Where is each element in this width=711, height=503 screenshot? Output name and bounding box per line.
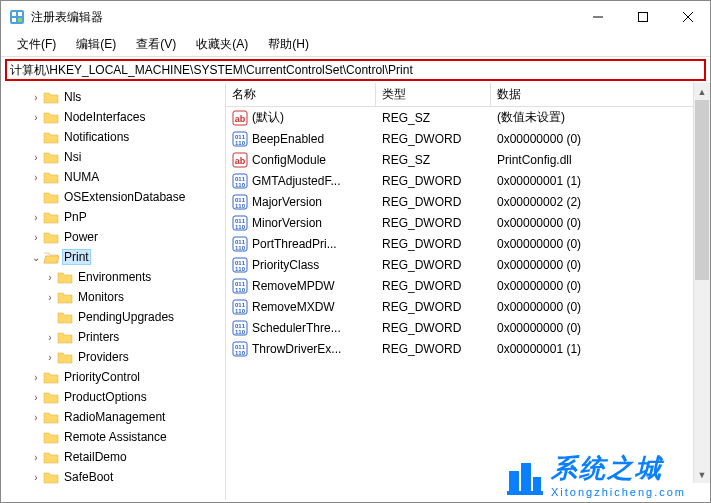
- chevron-right-icon[interactable]: ›: [29, 390, 43, 404]
- list-row[interactable]: MajorVersionREG_DWORD0x00000002 (2): [226, 191, 710, 212]
- scrollbar-thumb[interactable]: [695, 100, 709, 280]
- tree-label: SafeBoot: [62, 469, 115, 485]
- scrollbar-vertical[interactable]: ▲ ▼: [693, 83, 710, 483]
- close-button[interactable]: [665, 1, 710, 33]
- value-data: 0x00000000 (0): [491, 130, 710, 148]
- chevron-right-icon[interactable]: ›: [43, 270, 57, 284]
- chevron-right-icon[interactable]: ›: [29, 90, 43, 104]
- tree-node[interactable]: ›Nsi: [1, 147, 225, 167]
- value-name: RemoveMXDW: [252, 300, 335, 314]
- chevron-right-icon[interactable]: ›: [29, 170, 43, 184]
- scroll-up-button[interactable]: ▲: [694, 83, 710, 100]
- value-type: REG_DWORD: [376, 298, 491, 316]
- scroll-down-button[interactable]: ▼: [694, 466, 710, 483]
- chevron-right-icon[interactable]: ›: [29, 210, 43, 224]
- chevron-right-icon[interactable]: ›: [29, 450, 43, 464]
- window-title: 注册表编辑器: [31, 9, 575, 26]
- value-type: REG_DWORD: [376, 214, 491, 232]
- dword-value-icon: [232, 173, 248, 189]
- value-data: 0x00000002 (2): [491, 193, 710, 211]
- tree-label: OSExtensionDatabase: [62, 189, 187, 205]
- list-row[interactable]: RemoveMXDWREG_DWORD0x00000000 (0): [226, 296, 710, 317]
- list-row[interactable]: RemoveMPDWREG_DWORD0x00000000 (0): [226, 275, 710, 296]
- tree-node[interactable]: OSExtensionDatabase: [1, 187, 225, 207]
- chevron-right-icon[interactable]: ›: [29, 410, 43, 424]
- folder-icon: [43, 250, 59, 264]
- dword-value-icon: [232, 215, 248, 231]
- tree-node[interactable]: ⌄Print: [1, 247, 225, 267]
- chevron-right-icon[interactable]: ›: [29, 150, 43, 164]
- value-data: 0x00000000 (0): [491, 214, 710, 232]
- tree-node[interactable]: ›NUMA: [1, 167, 225, 187]
- menu-file[interactable]: 文件(F): [7, 33, 66, 56]
- chevron-right-icon[interactable]: ›: [29, 370, 43, 384]
- list-row[interactable]: PortThreadPri...REG_DWORD0x00000000 (0): [226, 233, 710, 254]
- folder-icon: [43, 170, 59, 184]
- list-row[interactable]: ConfigModuleREG_SZPrintConfig.dll: [226, 149, 710, 170]
- tree-pane[interactable]: ›Nls›NodeInterfacesNotifications›Nsi›NUM…: [1, 83, 226, 500]
- tree-node[interactable]: PendingUpgrades: [1, 307, 225, 327]
- value-type: REG_SZ: [376, 151, 491, 169]
- value-type: REG_DWORD: [376, 319, 491, 337]
- chevron-right-icon[interactable]: ›: [29, 110, 43, 124]
- tree-node[interactable]: ›Printers: [1, 327, 225, 347]
- address-bar[interactable]: 计算机\HKEY_LOCAL_MACHINE\SYSTEM\CurrentCon…: [5, 59, 706, 81]
- tree-node[interactable]: ›Nls: [1, 87, 225, 107]
- menu-help[interactable]: 帮助(H): [258, 33, 319, 56]
- tree-node[interactable]: ›Environments: [1, 267, 225, 287]
- folder-icon: [43, 150, 59, 164]
- value-type: REG_DWORD: [376, 172, 491, 190]
- chevron-right-icon[interactable]: ›: [43, 290, 57, 304]
- folder-icon: [43, 210, 59, 224]
- svg-rect-6: [638, 13, 647, 22]
- tree-node[interactable]: ›PnP: [1, 207, 225, 227]
- tree-label: ProductOptions: [62, 389, 149, 405]
- tree-node[interactable]: ›ProductOptions: [1, 387, 225, 407]
- tree-node[interactable]: ›RetailDemo: [1, 447, 225, 467]
- tree-node[interactable]: ›Power: [1, 227, 225, 247]
- value-name: ConfigModule: [252, 153, 326, 167]
- chevron-right-icon[interactable]: ›: [29, 230, 43, 244]
- tree-node[interactable]: ›RadioManagement: [1, 407, 225, 427]
- tree-node[interactable]: ›Monitors: [1, 287, 225, 307]
- tree-node[interactable]: Remote Assistance: [1, 427, 225, 447]
- tree-label: PriorityControl: [62, 369, 142, 385]
- chevron-right-icon[interactable]: ›: [43, 350, 57, 364]
- value-data: 0x00000000 (0): [491, 277, 710, 295]
- dword-value-icon: [232, 278, 248, 294]
- maximize-button[interactable]: [620, 1, 665, 33]
- dword-value-icon: [232, 236, 248, 252]
- tree-node[interactable]: ›PriorityControl: [1, 367, 225, 387]
- folder-icon: [57, 270, 73, 284]
- list-row[interactable]: GMTAdjustedF...REG_DWORD0x00000001 (1): [226, 170, 710, 191]
- value-type: REG_DWORD: [376, 277, 491, 295]
- list-row[interactable]: (默认)REG_SZ(数值未设置): [226, 107, 710, 128]
- minimize-button[interactable]: [575, 1, 620, 33]
- list-row[interactable]: MinorVersionREG_DWORD0x00000000 (0): [226, 212, 710, 233]
- tree-label: Printers: [76, 329, 121, 345]
- value-type: REG_DWORD: [376, 340, 491, 358]
- tree-node[interactable]: ›Providers: [1, 347, 225, 367]
- header-name[interactable]: 名称: [226, 83, 376, 107]
- tree-node[interactable]: ›NodeInterfaces: [1, 107, 225, 127]
- list-row[interactable]: BeepEnabledREG_DWORD0x00000000 (0): [226, 128, 710, 149]
- tree-label: RadioManagement: [62, 409, 167, 425]
- menu-edit[interactable]: 编辑(E): [66, 33, 126, 56]
- tree-node[interactable]: Notifications: [1, 127, 225, 147]
- svg-rect-1: [12, 12, 16, 16]
- list-row[interactable]: SchedulerThre...REG_DWORD0x00000000 (0): [226, 317, 710, 338]
- menu-favorites[interactable]: 收藏夹(A): [186, 33, 258, 56]
- value-name: RemoveMPDW: [252, 279, 335, 293]
- folder-icon: [57, 290, 73, 304]
- list-pane[interactable]: 名称 类型 数据 (默认)REG_SZ(数值未设置)BeepEnabledREG…: [226, 83, 710, 500]
- header-type[interactable]: 类型: [376, 83, 491, 107]
- menu-view[interactable]: 查看(V): [126, 33, 186, 56]
- tree-node[interactable]: ›SafeBoot: [1, 467, 225, 487]
- chevron-right-icon[interactable]: ›: [43, 330, 57, 344]
- chevron-down-icon[interactable]: ⌄: [29, 250, 43, 264]
- header-data[interactable]: 数据: [491, 83, 710, 107]
- list-row[interactable]: PriorityClassREG_DWORD0x00000000 (0): [226, 254, 710, 275]
- list-row[interactable]: ThrowDriverEx...REG_DWORD0x00000001 (1): [226, 338, 710, 359]
- folder-icon: [43, 90, 59, 104]
- chevron-right-icon[interactable]: ›: [29, 470, 43, 484]
